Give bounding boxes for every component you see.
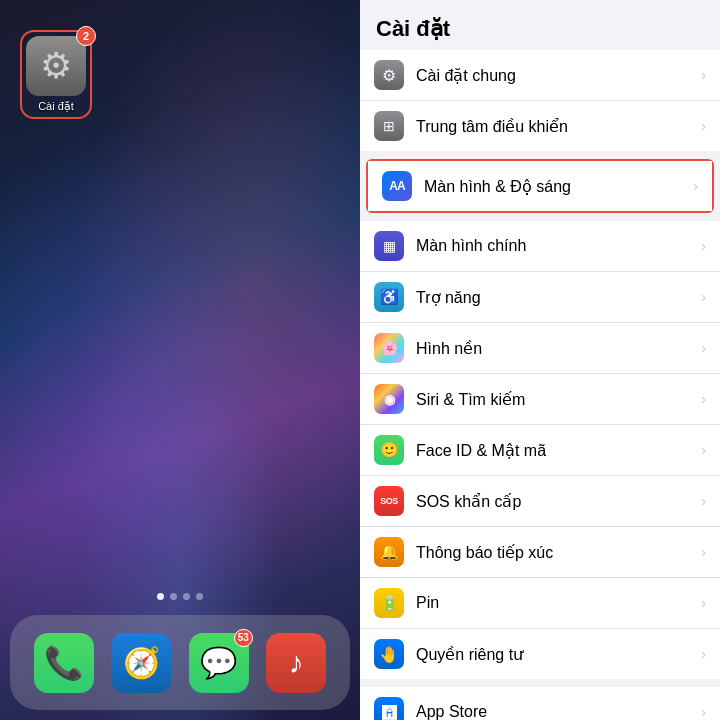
sos-label: SOS khẩn cấp xyxy=(416,492,693,511)
dock-phone[interactable]: 📞 xyxy=(34,633,94,693)
thong-bao-icon: 🔔 xyxy=(374,537,404,567)
item-app-store[interactable]: 🅰 App Store › xyxy=(360,687,720,720)
app-store-icon: 🅰 xyxy=(374,697,404,720)
sos-icon: SOS xyxy=(374,486,404,516)
settings-gear-icon: ⚙ xyxy=(40,45,72,87)
man-hinh-label: Màn hình & Độ sáng xyxy=(424,177,685,196)
item-sos[interactable]: SOS SOS khẩn cấp › xyxy=(360,476,720,527)
dot-3 xyxy=(183,593,190,600)
settings-icon-bg: ⚙ 2 xyxy=(26,36,86,96)
dot-4 xyxy=(196,593,203,600)
settings-app-selected[interactable]: ⚙ 2 Cài đặt xyxy=(20,30,92,119)
app-store-label: App Store xyxy=(416,703,693,720)
hinh-nen-label: Hình nền xyxy=(416,339,693,358)
trung-tam-chevron: › xyxy=(701,118,706,134)
face-id-label: Face ID & Mật mã xyxy=(416,441,693,460)
settings-title: Cài đặt xyxy=(360,0,720,50)
item-tro-nang[interactable]: ♿ Trợ năng › xyxy=(360,272,720,323)
dock-messages[interactable]: 💬 53 xyxy=(189,633,249,693)
page-dots xyxy=(0,593,360,600)
cai-dat-chung-icon: ⚙ xyxy=(374,60,404,90)
cai-dat-chung-label: Cài đặt chung xyxy=(416,66,693,85)
settings-section-1: ⚙ Cài đặt chung › ⊞ Trung tâm điều khiển… xyxy=(360,50,720,151)
item-man-hinh-do-sang[interactable]: AA Màn hình & Độ sáng › xyxy=(368,161,712,211)
cai-dat-chung-chevron: › xyxy=(701,67,706,83)
item-cai-dat-chung[interactable]: ⚙ Cài đặt chung › xyxy=(360,50,720,101)
item-face-id[interactable]: 🙂 Face ID & Mật mã › xyxy=(360,425,720,476)
trung-tam-label: Trung tâm điều khiển xyxy=(416,117,693,136)
item-trung-tam-dieu-khien[interactable]: ⊞ Trung tâm điều khiển › xyxy=(360,101,720,151)
trung-tam-icon: ⊞ xyxy=(374,111,404,141)
dock-safari[interactable]: 🧭 xyxy=(111,633,171,693)
face-id-icon: 🙂 xyxy=(374,435,404,465)
item-quyen-rieng-tu[interactable]: 🤚 Quyền riêng tư › xyxy=(360,629,720,679)
quyen-rieng-tu-label: Quyền riêng tư xyxy=(416,645,693,664)
man-hinh-chevron: › xyxy=(693,178,698,194)
messages-badge: 53 xyxy=(234,629,253,647)
settings-list: ⚙ Cài đặt chung › ⊞ Trung tâm điều khiển… xyxy=(360,50,720,720)
tro-nang-label: Trợ năng xyxy=(416,288,693,307)
dot-1 xyxy=(157,593,164,600)
item-pin[interactable]: 🔋 Pin › xyxy=(360,578,720,629)
siri-label: Siri & Tìm kiếm xyxy=(416,390,693,409)
pin-icon: 🔋 xyxy=(374,588,404,618)
settings-section-3: ▦ Màn hình chính › ♿ Trợ năng › 🌸 Hình n… xyxy=(360,221,720,679)
quyen-rieng-tu-icon: 🤚 xyxy=(374,639,404,669)
dock: 📞 🧭 💬 53 ♪ xyxy=(10,615,350,710)
thong-bao-label: Thông báo tiếp xúc xyxy=(416,543,693,562)
siri-icon: ◉ xyxy=(374,384,404,414)
settings-app-label: Cài đặt xyxy=(38,100,74,113)
man-hinh-chinh-label: Màn hình chính xyxy=(416,237,693,255)
item-thong-bao[interactable]: 🔔 Thông báo tiếp xúc › xyxy=(360,527,720,578)
dot-2 xyxy=(170,593,177,600)
pin-label: Pin xyxy=(416,594,693,612)
hinh-nen-icon: 🌸 xyxy=(374,333,404,363)
dock-music[interactable]: ♪ xyxy=(266,633,326,693)
settings-section-4: 🅰 App Store › 💳 Ví › 🔑 Mật khẩu › xyxy=(360,687,720,720)
settings-panel: Cài đặt ⚙ Cài đặt chung › ⊞ Trung tâm đi… xyxy=(360,0,720,720)
tro-nang-icon: ♿ xyxy=(374,282,404,312)
item-siri[interactable]: ◉ Siri & Tìm kiếm › xyxy=(360,374,720,425)
item-hinh-nen[interactable]: 🌸 Hình nền › xyxy=(360,323,720,374)
settings-badge: 2 xyxy=(76,26,96,46)
iphone-screen: ⚙ 2 Cài đặt 📞 🧭 💬 53 ♪ xyxy=(0,0,360,720)
man-hinh-icon: AA xyxy=(382,171,412,201)
settings-section-2: AA Màn hình & Độ sáng › xyxy=(366,159,714,213)
man-hinh-chinh-icon: ▦ xyxy=(374,231,404,261)
item-man-hinh-chinh[interactable]: ▦ Màn hình chính › xyxy=(360,221,720,272)
